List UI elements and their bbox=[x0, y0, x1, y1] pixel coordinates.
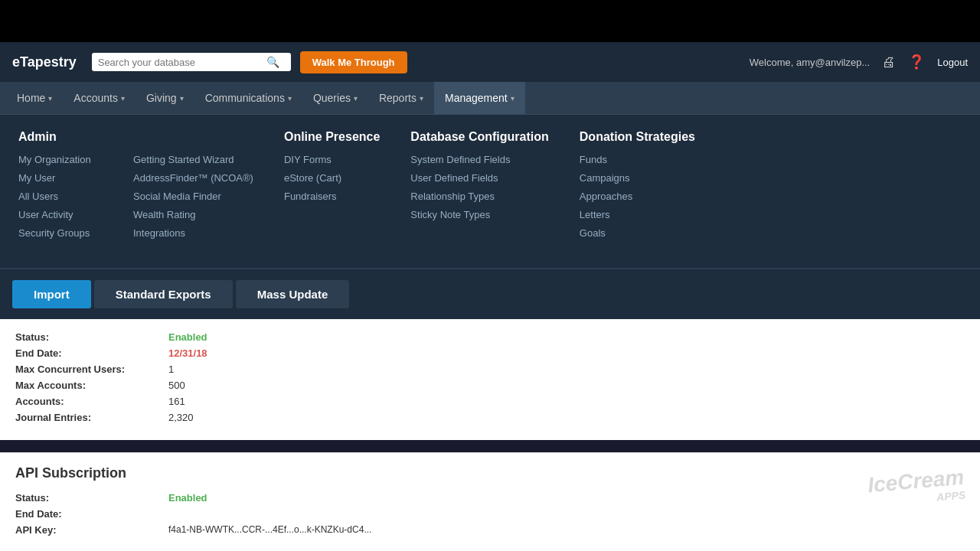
nav-label-queries: Queries bbox=[313, 92, 351, 104]
header-right: Welcome, amy@anvilzep... 🖨 ❓ Logout bbox=[750, 54, 968, 70]
max-concurrent-label: Max Concurrent Users: bbox=[15, 364, 168, 375]
nav-label-accounts: Accounts bbox=[74, 92, 118, 104]
nav-label-management: Management bbox=[445, 92, 508, 104]
mass-update-button[interactable]: Mass Update bbox=[236, 280, 350, 308]
menu-user-activity[interactable]: User Activity bbox=[18, 209, 74, 220]
menu-approaches[interactable]: Approaches bbox=[580, 191, 632, 202]
database-config-title: Database Configuration bbox=[410, 130, 548, 144]
online-presence-section: Online Presence DIY Forms eStore (Cart) … bbox=[284, 130, 380, 245]
menu-letters[interactable]: Letters bbox=[580, 209, 610, 220]
accounts-row: Accounts: 161 bbox=[15, 396, 965, 407]
api-key-label: API Key: bbox=[15, 524, 168, 536]
database-config-section: Database Configuration System Defined Fi… bbox=[410, 130, 548, 245]
search-input[interactable] bbox=[98, 57, 266, 68]
menu-getting-started[interactable]: Getting Started Wizard bbox=[133, 154, 234, 165]
nav-label-reports: Reports bbox=[379, 92, 416, 104]
online-presence-title: Online Presence bbox=[284, 130, 380, 144]
max-accounts-value: 500 bbox=[168, 380, 185, 391]
search-wrapper: 🔍 bbox=[92, 53, 291, 71]
status-row: Status: Enabled bbox=[15, 331, 965, 343]
walk-me-through-button[interactable]: Walk Me Through bbox=[300, 51, 407, 73]
nav-item-giving[interactable]: Giving ▾ bbox=[136, 82, 194, 114]
menu-social-media[interactable]: Social Media Finder bbox=[133, 191, 221, 202]
end-date-value: 12/31/18 bbox=[168, 347, 207, 359]
menu-wealth-rating[interactable]: Wealth Rating bbox=[133, 209, 195, 220]
chevron-accounts: ▾ bbox=[121, 94, 125, 103]
menu-system-fields[interactable]: System Defined Fields bbox=[410, 154, 510, 165]
admin-col1: My Organization My User All Users User A… bbox=[18, 153, 133, 245]
menu-estore[interactable]: eStore (Cart) bbox=[284, 172, 341, 184]
api-end-date-label: End Date: bbox=[15, 508, 168, 520]
header: eTapestry 🔍 Walk Me Through Welcome, amy… bbox=[0, 42, 980, 82]
chevron-communications: ▾ bbox=[288, 94, 292, 103]
status-value: Enabled bbox=[168, 331, 207, 343]
api-end-date-row: End Date: bbox=[15, 508, 965, 520]
logout-button[interactable]: Logout bbox=[937, 57, 968, 68]
nav-item-reports[interactable]: Reports ▾ bbox=[368, 82, 434, 114]
nav-label-home: Home bbox=[17, 92, 45, 104]
menu-goals[interactable]: Goals bbox=[580, 227, 606, 239]
api-section: API Subscription Status: Enabled End Dat… bbox=[0, 452, 980, 551]
help-icon[interactable]: ❓ bbox=[908, 54, 925, 70]
welcome-text[interactable]: Welcome, amy@anvilzep... bbox=[750, 57, 870, 68]
menu-all-users[interactable]: All Users bbox=[18, 191, 58, 202]
menu-my-user[interactable]: My User bbox=[18, 172, 55, 184]
nav-label-communications: Communications bbox=[205, 92, 285, 104]
menu-user-fields[interactable]: User Defined Fields bbox=[410, 172, 498, 184]
nav-item-accounts[interactable]: Accounts ▾ bbox=[63, 82, 136, 114]
admin-section: Admin My Organization My User All Users … bbox=[18, 130, 253, 245]
end-date-label: End Date: bbox=[15, 347, 168, 359]
admin-col2: Getting Started Wizard AddressFinder™ (N… bbox=[133, 153, 253, 245]
print-icon[interactable]: 🖨 bbox=[882, 54, 896, 70]
chevron-home: ▾ bbox=[48, 94, 52, 103]
menu-sticky-note-types[interactable]: Sticky Note Types bbox=[410, 209, 490, 220]
menu-fundraisers[interactable]: Fundraisers bbox=[284, 191, 337, 202]
nav-item-home[interactable]: Home ▾ bbox=[6, 82, 63, 114]
journal-value: 2,320 bbox=[168, 412, 194, 423]
menu-my-organization[interactable]: My Organization bbox=[18, 154, 91, 165]
api-status-row: Status: Enabled bbox=[15, 492, 965, 504]
logo[interactable]: eTapestry bbox=[12, 54, 77, 70]
standard-exports-button[interactable]: Standard Exports bbox=[94, 280, 233, 308]
chevron-reports: ▾ bbox=[420, 94, 423, 103]
accounts-label: Accounts: bbox=[15, 396, 168, 407]
api-status-label: Status: bbox=[15, 492, 168, 504]
search-icon[interactable]: 🔍 bbox=[266, 56, 279, 68]
menu-diy-forms[interactable]: DIY Forms bbox=[284, 154, 332, 165]
nav-label-giving: Giving bbox=[146, 92, 177, 104]
subscription-content: Status: Enabled End Date: 12/31/18 Max C… bbox=[0, 319, 980, 440]
status-label: Status: bbox=[15, 331, 168, 343]
top-bar bbox=[0, 0, 980, 42]
end-date-row: End Date: 12/31/18 bbox=[15, 347, 965, 359]
menu-security-groups[interactable]: Security Groups bbox=[18, 227, 90, 239]
action-bar: Import Standard Exports Mass Update bbox=[0, 268, 980, 319]
journal-label: Journal Entries: bbox=[15, 412, 168, 423]
api-section-title: API Subscription bbox=[15, 465, 965, 481]
nav-item-queries[interactable]: Queries ▾ bbox=[302, 82, 368, 114]
menu-address-finder[interactable]: AddressFinder™ (NCOA®) bbox=[133, 172, 253, 184]
chevron-management: ▾ bbox=[511, 94, 514, 103]
nav-item-communications[interactable]: Communications ▾ bbox=[194, 82, 302, 114]
chevron-giving: ▾ bbox=[180, 94, 184, 103]
admin-title: Admin bbox=[18, 130, 253, 144]
journal-row: Journal Entries: 2,320 bbox=[15, 412, 965, 423]
menu-integrations[interactable]: Integrations bbox=[133, 227, 185, 239]
menu-relationship-types[interactable]: Relationship Types bbox=[410, 191, 495, 202]
admin-cols: My Organization My User All Users User A… bbox=[18, 153, 253, 245]
nav-item-management[interactable]: Management ▾ bbox=[434, 82, 525, 114]
management-dropdown: Admin My Organization My User All Users … bbox=[0, 114, 980, 268]
donation-strategies-section: Donation Strategies Funds Campaigns Appr… bbox=[580, 130, 695, 245]
accounts-value: 161 bbox=[168, 396, 185, 407]
max-accounts-label: Max Accounts: bbox=[15, 380, 168, 391]
menu-funds[interactable]: Funds bbox=[580, 154, 607, 165]
api-status-value: Enabled bbox=[168, 492, 207, 504]
nav-bar: Home ▾ Accounts ▾ Giving ▾ Communication… bbox=[0, 82, 980, 114]
api-key-value: f4a1-NB-WWTK...CCR-...4Ef...o...k-KNZKu-… bbox=[168, 524, 371, 536]
donation-strategies-title: Donation Strategies bbox=[580, 130, 695, 144]
max-accounts-row: Max Accounts: 500 bbox=[15, 380, 965, 391]
max-concurrent-row: Max Concurrent Users: 1 bbox=[15, 364, 965, 375]
api-key-row: API Key: f4a1-NB-WWTK...CCR-...4Ef...o..… bbox=[15, 524, 965, 536]
max-concurrent-value: 1 bbox=[168, 364, 174, 375]
import-button[interactable]: Import bbox=[12, 280, 91, 308]
menu-campaigns[interactable]: Campaigns bbox=[580, 172, 630, 184]
